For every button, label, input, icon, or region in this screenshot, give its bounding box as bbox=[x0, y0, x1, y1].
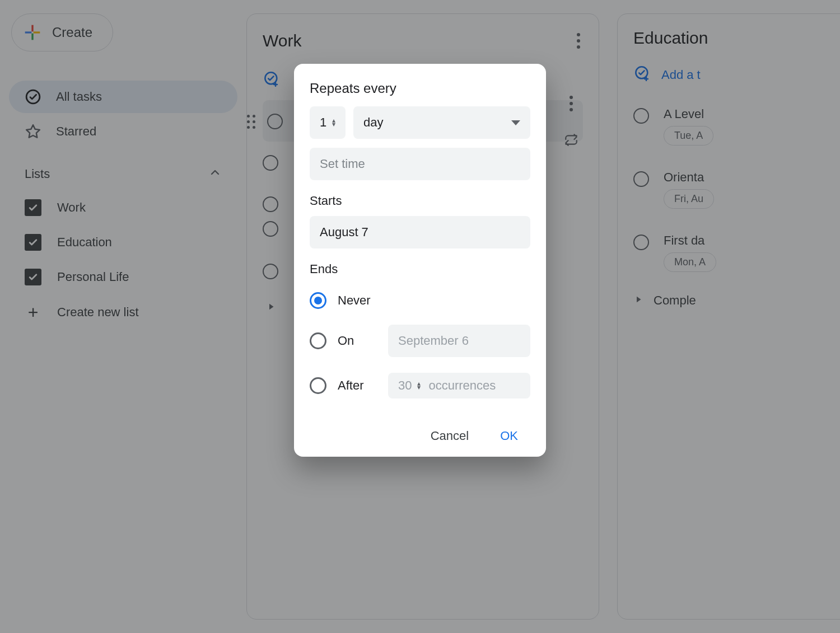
repeats-every-heading: Repeats every bbox=[310, 81, 530, 96]
occurrences-count-value: 30 bbox=[398, 378, 412, 393]
ends-option-after[interactable]: After 30 ▴▾ occurrences bbox=[310, 365, 530, 406]
ends-option-never[interactable]: Never bbox=[310, 284, 530, 317]
stepper-icon[interactable]: ▴▾ bbox=[332, 119, 335, 126]
interval-input[interactable]: 1 ▴▾ bbox=[310, 106, 346, 139]
set-time-label: Set time bbox=[320, 157, 365, 171]
radio-checked-icon[interactable] bbox=[310, 292, 326, 309]
ok-button[interactable]: OK bbox=[500, 429, 518, 443]
ends-heading: Ends bbox=[310, 262, 530, 276]
radio-unchecked-icon[interactable] bbox=[310, 377, 326, 394]
radio-unchecked-icon[interactable] bbox=[310, 332, 326, 349]
ends-on-date-value: September 6 bbox=[398, 334, 469, 348]
ends-on-date-input[interactable]: September 6 bbox=[388, 325, 530, 357]
occurrences-count-input[interactable]: 30 ▴▾ bbox=[398, 378, 421, 393]
cancel-button[interactable]: Cancel bbox=[431, 429, 469, 443]
chevron-down-icon bbox=[511, 120, 520, 125]
modal-backdrop[interactable]: Repeats every 1 ▴▾ day Set time Starts A… bbox=[0, 0, 840, 633]
starts-heading: Starts bbox=[310, 194, 530, 208]
ends-on-label: On bbox=[338, 334, 377, 348]
unit-label: day bbox=[363, 115, 383, 130]
ends-never-label: Never bbox=[338, 293, 377, 308]
dialog-actions: Cancel OK bbox=[310, 406, 530, 443]
start-date-value: August 7 bbox=[320, 225, 368, 240]
ends-option-on[interactable]: On September 6 bbox=[310, 317, 530, 365]
stepper-icon[interactable]: ▴▾ bbox=[417, 382, 421, 390]
set-time-button[interactable]: Set time bbox=[310, 148, 530, 180]
unit-select[interactable]: day bbox=[353, 106, 530, 139]
ends-after-input-group: 30 ▴▾ occurrences bbox=[388, 373, 530, 398]
repeats-row: 1 ▴▾ day bbox=[310, 106, 530, 139]
recurrence-dialog: Repeats every 1 ▴▾ day Set time Starts A… bbox=[294, 64, 546, 457]
interval-value: 1 bbox=[320, 115, 326, 130]
occurrences-label: occurrences bbox=[428, 378, 496, 393]
start-date-input[interactable]: August 7 bbox=[310, 216, 530, 248]
ends-after-label: After bbox=[338, 378, 377, 393]
